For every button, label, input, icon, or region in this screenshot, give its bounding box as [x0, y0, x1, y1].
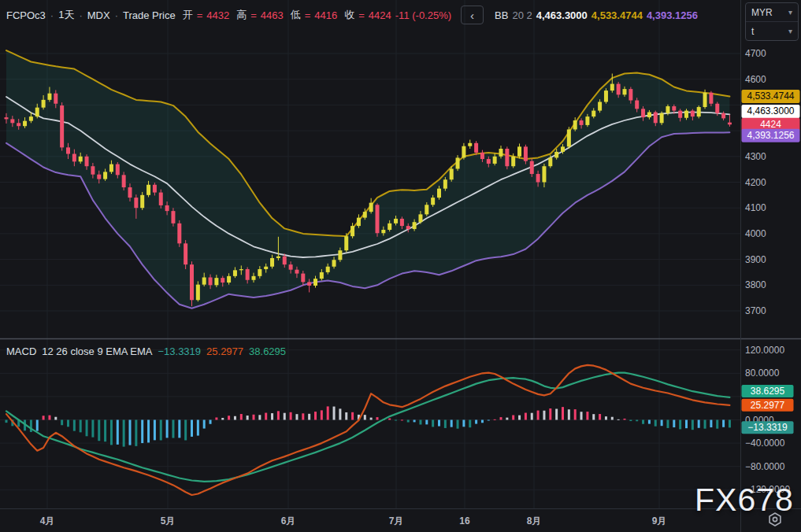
symbol-legend: FCPOc3 · 1天 · MDX · Trade Price 开=4432 高… [6, 6, 698, 24]
svg-text:4月: 4月 [40, 515, 55, 526]
macd-indicator-name: MACD [6, 345, 36, 357]
chart-canvas[interactable]: 470046004300420041004000390038003700120.… [0, 0, 801, 532]
svg-text:4200: 4200 [745, 177, 766, 188]
equals: = [305, 9, 311, 21]
svg-text:8月: 8月 [527, 515, 542, 526]
high-label: 高 [236, 8, 247, 22]
svg-text:3900: 3900 [745, 254, 766, 265]
svg-text:120.0000: 120.0000 [745, 345, 784, 356]
series-type-label: Trade Price [123, 9, 176, 21]
open-label: 开 [183, 8, 193, 22]
separator: · [50, 9, 54, 21]
macd-signal-value: 38.6295 [249, 345, 286, 357]
bb-indicator-params: 20 2 [512, 9, 532, 21]
svg-text:4300: 4300 [745, 151, 766, 162]
close-label: 收 [344, 8, 354, 22]
bb-upper-value: 4,533.4744 [591, 9, 643, 21]
svg-text:7月: 7月 [389, 515, 404, 526]
price-scale-options: MYR ▾ t ▾ [745, 2, 799, 41]
svg-text:4700: 4700 [745, 48, 766, 59]
open-value: 4432 [206, 9, 229, 21]
low-label: 低 [291, 8, 301, 22]
svg-text:−40.0000: −40.0000 [745, 438, 785, 449]
close-value: 4424 [369, 9, 391, 21]
macd-indicator-params: 12 26 close 9 EMA EMA [42, 345, 152, 357]
svg-text:4600: 4600 [745, 74, 766, 85]
interval-label: 1天 [58, 8, 74, 22]
svg-text:3700: 3700 [745, 305, 766, 316]
equals: = [250, 9, 257, 21]
change-value: -11 (-0.25%) [395, 9, 451, 21]
svg-text:9月: 9月 [652, 515, 667, 526]
svg-text:4100: 4100 [745, 202, 766, 213]
svg-text:−120.0000: −120.0000 [745, 484, 790, 495]
svg-text:4,533.4744: 4,533.4744 [747, 91, 794, 102]
macd-histogram-value: −13.3319 [158, 345, 201, 357]
svg-text:6月: 6月 [281, 515, 296, 526]
svg-text:−13.3319: −13.3319 [747, 422, 788, 433]
chevron-left-icon: ‹ [470, 9, 474, 21]
macd-line-value: 25.2977 [206, 345, 243, 357]
svg-text:16: 16 [459, 515, 470, 526]
exchange-label: MDX [87, 9, 110, 21]
separator: · [78, 9, 83, 21]
svg-text:5月: 5月 [161, 515, 176, 526]
trading-chart-app: 470046004300420041004000390038003700120.… [0, 0, 801, 532]
svg-text:4000: 4000 [745, 228, 766, 239]
high-value: 4463 [261, 9, 284, 21]
svg-text:4,393.1256: 4,393.1256 [747, 130, 794, 141]
svg-text:38.6295: 38.6295 [751, 386, 785, 397]
symbol-name: FCPOc3 [6, 9, 46, 21]
svg-text:80.0000: 80.0000 [745, 368, 780, 379]
macd-legend: MACD 12 26 close 9 EMA EMA −13.3319 25.2… [6, 343, 286, 359]
bb-indicator-name: BB [495, 9, 508, 21]
currency-label: MYR [751, 7, 773, 18]
bb-lower-value: 4,393.1256 [647, 9, 698, 21]
unit-selector[interactable]: t ▾ [746, 21, 798, 40]
collapse-legend-button[interactable]: ‹ [461, 6, 484, 24]
svg-text:−80.0000: −80.0000 [745, 461, 785, 472]
bb-basis-value: 4,463.3000 [536, 9, 588, 21]
svg-text:25.2977: 25.2977 [751, 400, 785, 411]
svg-text:4,463.3000: 4,463.3000 [747, 105, 794, 116]
svg-text:3800: 3800 [745, 279, 766, 290]
equals: = [197, 9, 203, 21]
chevron-down-icon: ▾ [788, 8, 792, 17]
macd-axis-badges: 38.629525.2977−13.3319 [742, 385, 794, 434]
separator: · [114, 9, 119, 21]
unit-label: t [751, 26, 754, 37]
settings-icon[interactable] [767, 512, 783, 527]
currency-selector[interactable]: MYR ▾ [746, 3, 798, 21]
svg-text:4424: 4424 [760, 119, 781, 130]
equals: = [358, 9, 365, 21]
price-axis-badges: 4,533.47444,463.300044244,393.1256 [742, 90, 800, 142]
low-value: 4416 [314, 9, 337, 21]
chevron-down-icon: ▾ [788, 27, 792, 35]
